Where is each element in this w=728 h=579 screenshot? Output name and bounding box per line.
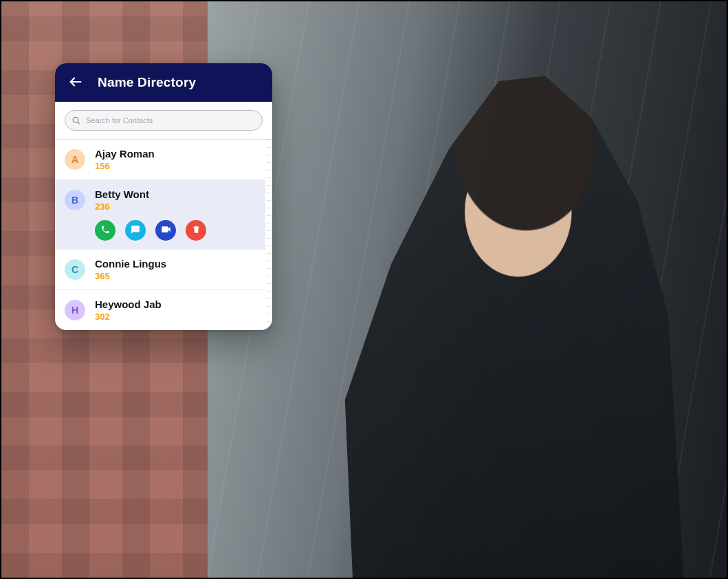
contact-extension: 156	[95, 161, 155, 171]
contact-list: AAjay Roman156BBetty Wont236CConnie Ling…	[55, 140, 272, 330]
contact-actions	[95, 220, 206, 241]
screenshot-stage: Name Directory AAjay Roman156BBetty Wont…	[0, 0, 728, 579]
back-button[interactable]	[66, 73, 85, 92]
contact-name: Heywood Jab	[95, 298, 162, 310]
contact-body: Connie Lingus365	[95, 258, 166, 281]
video-icon	[161, 224, 171, 237]
contact-row[interactable]: BBetty Wont236	[55, 179, 265, 249]
contact-row[interactable]: CConnie Lingus365	[55, 249, 265, 290]
search-field[interactable]	[65, 110, 263, 131]
contact-body: Betty Wont236	[95, 188, 206, 241]
alpha-index-rail[interactable]	[267, 140, 271, 330]
svg-line-2	[78, 122, 79, 124]
phone-icon	[100, 225, 110, 237]
contact-extension: 365	[95, 271, 166, 281]
delete-button[interactable]	[186, 220, 206, 241]
video-button[interactable]	[155, 220, 176, 241]
directory-card: Name Directory AAjay Roman156BBetty Wont…	[55, 63, 272, 330]
page-title: Name Directory	[98, 75, 196, 90]
contact-row[interactable]: HHeywood Jab302	[55, 290, 265, 330]
avatar: B	[65, 190, 85, 210]
search-input[interactable]	[86, 116, 255, 124]
avatar: H	[65, 300, 85, 320]
avatar: A	[65, 149, 85, 170]
avatar: C	[65, 259, 85, 280]
trash-icon	[192, 225, 201, 236]
contact-name: Betty Wont	[95, 188, 206, 200]
search-section	[55, 102, 272, 140]
contact-body: Heywood Jab302	[95, 298, 162, 322]
contact-row[interactable]: AAjay Roman156	[55, 140, 265, 179]
contact-name: Ajay Roman	[95, 148, 155, 160]
contact-extension: 302	[95, 312, 162, 322]
contact-name: Connie Lingus	[95, 258, 166, 270]
arrow-left-icon	[68, 74, 83, 91]
call-button[interactable]	[95, 220, 115, 241]
chat-icon	[131, 225, 140, 237]
contact-extension: 236	[95, 201, 206, 212]
card-header: Name Directory	[55, 63, 272, 102]
contact-body: Ajay Roman156	[95, 148, 155, 171]
chat-button[interactable]	[125, 220, 146, 241]
